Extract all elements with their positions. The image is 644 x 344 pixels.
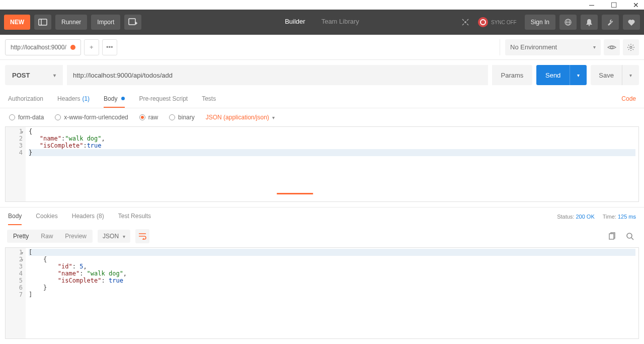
tab-authorization[interactable]: Authorization <box>8 90 43 108</box>
modified-dot-icon <box>121 97 125 100</box>
svg-rect-0 <box>39 19 47 25</box>
sync-label: SYNC OFF <box>491 20 517 25</box>
tab-headers[interactable]: Headers (1) <box>57 90 90 108</box>
resheaders-count: (8) <box>97 213 104 220</box>
restab-testresults[interactable]: Test Results <box>118 208 151 225</box>
res-gutter: 1▾ 2▾ 3 4 5 6 7 <box>6 248 26 338</box>
lang-label: JSON <box>103 233 119 240</box>
copy-icon[interactable] <box>605 229 619 243</box>
send-button[interactable]: Send ▾ <box>536 65 587 85</box>
params-button[interactable]: Params <box>492 65 532 85</box>
restab-cookies[interactable]: Cookies <box>36 208 57 225</box>
restab-body[interactable]: Body <box>8 208 22 225</box>
tab-builder[interactable]: Builder <box>277 0 313 194</box>
unsaved-dot-icon <box>70 45 75 50</box>
request-tab-label: http://localhost:9000/ <box>11 44 66 51</box>
close-icon[interactable]: ✕ <box>632 1 640 9</box>
gutter: 1▾ 2 3 4 <box>6 127 26 201</box>
response-lang-select[interactable]: JSON ▾ <box>98 230 130 243</box>
raw-label: raw <box>148 114 158 121</box>
chevron-down-icon: ▾ <box>593 44 596 50</box>
runner-button[interactable]: Runner <box>55 15 87 30</box>
content-type-select[interactable]: JSON (application/json) ▾ <box>206 114 275 121</box>
main-toolbar: NEW Runner Import Builder Team Library S… <box>0 10 644 35</box>
http-method-select[interactable]: POST ▾ <box>5 65 63 85</box>
res-code-area[interactable]: [ { "id": 5, "name": "walk dog", "isComp… <box>26 248 638 338</box>
add-tab-button[interactable]: + <box>84 39 99 55</box>
svg-point-12 <box>630 46 632 48</box>
interceptor-icon[interactable] <box>457 15 474 30</box>
view-pretty[interactable]: Pretty <box>7 230 35 243</box>
svg-point-6 <box>480 20 486 25</box>
svg-rect-2 <box>129 19 135 25</box>
save-label: Save <box>591 72 622 79</box>
view-preview[interactable]: Preview <box>59 230 93 243</box>
radio-formdata[interactable]: form-data <box>9 114 44 121</box>
chevron-down-icon: ▾ <box>123 234 125 239</box>
response-tabs: Body Cookies Headers (8) Test Results St… <box>0 207 644 225</box>
status-label: Status: <box>557 214 574 220</box>
radio-raw[interactable]: raw <box>139 114 158 121</box>
sync-status[interactable]: SYNC OFF <box>478 17 517 27</box>
tab-body[interactable]: Body <box>104 90 125 108</box>
new-window-button[interactable] <box>124 15 141 30</box>
save-dropdown[interactable]: ▾ <box>622 65 639 85</box>
svg-point-5 <box>464 21 466 23</box>
formdata-label: form-data <box>18 114 44 121</box>
tab-team-library[interactable]: Team Library <box>313 0 367 194</box>
quicklook-icon[interactable] <box>604 39 620 55</box>
request-tab[interactable]: http://localhost:9000/ <box>5 39 81 55</box>
time-label: Time: <box>603 214 616 220</box>
new-button[interactable]: NEW <box>4 15 30 30</box>
settings-icon[interactable] <box>623 39 639 55</box>
bell-icon[interactable] <box>581 15 598 30</box>
radio-xwww[interactable]: x-www-form-urlencoded <box>55 114 128 121</box>
status-value: 200 OK <box>576 214 594 220</box>
sidebar-toggle-button[interactable] <box>34 15 51 30</box>
chevron-down-icon: ▾ <box>272 115 275 120</box>
view-raw[interactable]: Raw <box>35 230 59 243</box>
response-toolbar: Pretty Raw Preview JSON ▾ <box>0 225 644 247</box>
headers-count: (1) <box>82 95 90 102</box>
search-icon[interactable] <box>623 229 637 243</box>
wrap-lines-button[interactable] <box>135 229 149 243</box>
tab-tests[interactable]: Tests <box>202 90 216 108</box>
code-link[interactable]: Code <box>621 90 636 108</box>
tab-prerequest[interactable]: Pre-request Script <box>139 90 188 108</box>
binary-label: binary <box>178 114 195 121</box>
svg-point-15 <box>627 233 632 238</box>
content-type-label: JSON (application/json) <box>206 114 269 121</box>
wrench-icon[interactable] <box>602 15 619 30</box>
environment-select[interactable]: No Environment ▾ <box>505 39 601 55</box>
svg-point-11 <box>611 46 613 48</box>
minimize-icon[interactable]: ─ <box>588 1 596 9</box>
svg-rect-14 <box>609 234 614 239</box>
response-body-editor[interactable]: 1▾ 2▾ 3 4 5 6 7 [ { "id": 5, "name": "wa… <box>5 247 639 339</box>
send-dropdown[interactable]: ▾ <box>570 65 587 85</box>
environment-label: No Environment <box>510 43 557 51</box>
chevron-down-icon: ▾ <box>53 73 56 78</box>
tab-options-button[interactable]: ••• <box>102 39 117 55</box>
svg-line-16 <box>631 238 633 240</box>
save-button[interactable]: Save ▾ <box>591 65 639 85</box>
restab-headers[interactable]: Headers (8) <box>72 208 104 225</box>
maximize-icon[interactable]: ☐ <box>610 1 618 9</box>
world-icon[interactable] <box>559 15 577 30</box>
resheaders-label: Headers <box>72 213 95 220</box>
send-label: Send <box>536 72 570 79</box>
import-button[interactable]: Import <box>91 15 120 30</box>
headers-label: Headers <box>57 95 80 102</box>
signin-button[interactable]: Sign In <box>525 15 555 30</box>
body-label: Body <box>104 95 117 102</box>
heart-icon[interactable] <box>623 15 640 30</box>
svg-point-10 <box>589 25 590 26</box>
method-label: POST <box>12 72 30 79</box>
sync-icon <box>478 17 488 27</box>
time-value: 125 ms <box>618 214 636 220</box>
xwww-label: x-www-form-urlencoded <box>64 114 128 121</box>
radio-binary[interactable]: binary <box>169 114 195 121</box>
view-mode-segment: Pretty Raw Preview <box>7 230 93 243</box>
